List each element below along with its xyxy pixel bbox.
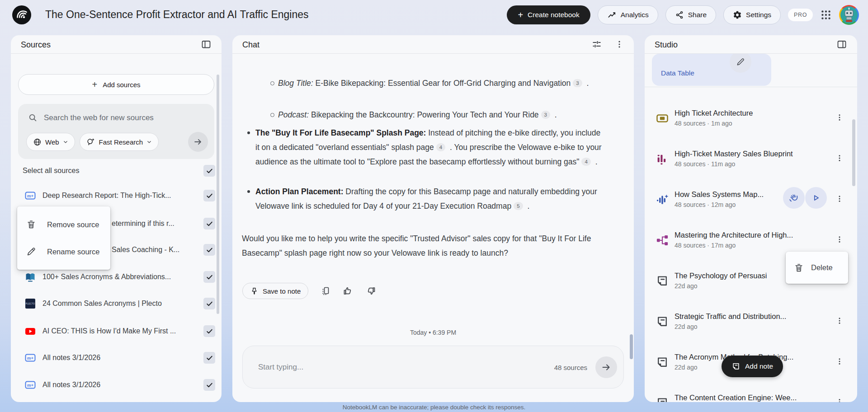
apps-grid-icon[interactable] (820, 9, 832, 21)
send-message-button[interactable] (595, 356, 617, 378)
studio-item[interactable]: High-Ticket Mastery Sales Blueprint48 so… (645, 148, 857, 178)
rename-source-menu-item[interactable]: Rename source (17, 238, 110, 265)
pin-icon (250, 287, 259, 295)
collapse-panel-icon[interactable] (201, 39, 212, 50)
source-row[interactable]: 100+ Sales Acronyms & Abbreviations... (11, 269, 222, 285)
arrow-right-icon (193, 137, 203, 147)
plus-icon: + (92, 80, 97, 90)
svg-text:m+: m+ (27, 383, 33, 388)
chat-bullet: Action Plan Placement: Drafting the copy… (255, 184, 604, 213)
thumbs-up-icon[interactable] (343, 286, 354, 296)
data-table-tile[interactable]: Data Table (652, 54, 771, 86)
research-mode-chip[interactable]: Fast Research (80, 133, 159, 151)
studio-item[interactable]: Strategic Traffic and Distribution...22d… (645, 310, 857, 340)
web-search-card: Web Fast Research (18, 104, 214, 159)
chat-input[interactable] (258, 346, 467, 388)
thumbs-down-icon[interactable] (365, 286, 376, 296)
source-checkbox[interactable] (203, 352, 215, 364)
edit-tile-button[interactable] (730, 54, 751, 73)
source-row[interactable]: PLECTO 24 Common Sales Acronyms | Plecto (11, 296, 222, 311)
pencil-icon (26, 247, 36, 257)
play-audio-button[interactable] (805, 187, 827, 209)
notebook-title[interactable]: The One-Sentence Profit Extractor and AI… (45, 9, 309, 21)
chat-timestamp: Today • 6:39 PM (232, 329, 634, 336)
search-web-input[interactable] (44, 113, 205, 122)
select-all-checkbox[interactable] (203, 165, 215, 177)
svg-text:PLECTO: PLECTO (26, 303, 35, 305)
chat-settings-icon[interactable] (591, 39, 602, 50)
add-sources-button[interactable]: + Add sources (18, 74, 214, 95)
copy-icon[interactable] (320, 286, 331, 296)
kebab-menu-icon[interactable] (615, 40, 624, 49)
citation-chip[interactable]: 5 (514, 202, 523, 210)
remove-source-menu-item[interactable]: Remove source (17, 211, 110, 238)
note-icon (731, 362, 741, 371)
sources-panel: Sources + Add sources Web Fast Research (11, 35, 222, 402)
play-icon (811, 193, 821, 203)
web-filter-chip[interactable]: Web (26, 133, 75, 151)
share-button[interactable]: Share (665, 5, 716, 24)
source-checkbox[interactable] (203, 298, 215, 309)
kebab-menu-icon[interactable] (834, 315, 845, 327)
source-checkbox[interactable] (203, 271, 215, 283)
source-count-label: 48 sources (554, 363, 587, 371)
kebab-menu-icon[interactable] (834, 234, 845, 245)
sources-scrollbar[interactable] (217, 75, 219, 314)
settings-button[interactable]: Settings (723, 5, 781, 24)
studio-item[interactable]: The Content Creation Engine: Wee... (645, 392, 857, 402)
notebooklm-logo-icon[interactable] (12, 5, 32, 25)
source-row[interactable]: m+ All notes 3/1/2026 (11, 377, 222, 393)
account-avatar[interactable] (839, 5, 859, 25)
note-source-icon: m+ (24, 379, 36, 391)
source-row[interactable]: m+ All notes 3/1/2026 (11, 350, 222, 365)
add-note-button[interactable]: Add note (722, 356, 783, 377)
source-checkbox[interactable] (203, 325, 215, 337)
chevron-down-icon (146, 139, 152, 145)
kebab-menu-icon[interactable] (834, 152, 845, 164)
chat-sub-bullet: Podcast: Bikepacking the Backcountry: Po… (278, 108, 610, 122)
chat-input-bar: 48 sources (242, 346, 624, 389)
collapse-panel-icon[interactable] (836, 39, 847, 50)
chat-bullet: The "Buy It For Life Basecamp" Splash Pa… (255, 126, 604, 169)
kebab-menu-icon[interactable] (834, 112, 845, 123)
source-row[interactable]: m+ Deep Research Report: The High-Tick..… (11, 188, 222, 203)
mindmap-icon (656, 234, 669, 247)
report-barchart-icon (656, 152, 669, 166)
search-icon (28, 113, 38, 122)
chat-scrollbar[interactable] (630, 334, 633, 359)
kebab-menu-icon[interactable] (834, 356, 845, 367)
source-checkbox[interactable] (203, 218, 215, 229)
save-to-note-button[interactable]: Save to note (242, 283, 308, 299)
analytics-button[interactable]: Analytics (598, 5, 658, 24)
studio-panel: Studio Data Table High Ticket Architectu… (645, 35, 857, 402)
note-icon (656, 396, 669, 402)
source-row[interactable]: AI CEO: THIS is How I'd Make My First ..… (11, 323, 222, 339)
share-icon (675, 10, 684, 19)
studio-scrollbar[interactable] (852, 119, 855, 186)
svg-text:m+: m+ (27, 193, 33, 198)
source-checkbox[interactable] (203, 244, 215, 256)
arrow-right-icon (601, 362, 612, 373)
delete-menu-item[interactable]: Delete (786, 252, 848, 284)
pro-badge: PRO (788, 9, 813, 21)
create-notebook-button[interactable]: + Create notebook (507, 5, 590, 24)
citation-chip[interactable]: 3 (541, 111, 550, 119)
kebab-menu-icon[interactable] (834, 193, 845, 205)
robot-avatar-image (840, 6, 858, 23)
citation-chip[interactable]: 4 (581, 158, 590, 166)
interactive-mode-button[interactable] (783, 187, 805, 209)
studio-item[interactable]: How Sales Systems Map...48 sources · 12m… (645, 188, 857, 218)
citation-chip[interactable]: 3 (573, 79, 582, 87)
submit-search-button[interactable] (188, 132, 208, 152)
source-checkbox[interactable] (203, 190, 215, 201)
studio-item[interactable]: High Ticket Architecture48 sources · 1m … (645, 107, 857, 137)
chat-panel: Chat Blog Title: E-Bike Bikepacking: Ess… (232, 35, 634, 402)
note-icon (656, 315, 669, 328)
sources-panel-title: Sources (21, 40, 51, 50)
source-checkbox[interactable] (203, 379, 215, 391)
disclaimer-text: NotebookLM can be inaccurate; please dou… (0, 404, 868, 411)
trash-icon (794, 263, 804, 273)
kebab-menu-icon[interactable] (834, 396, 845, 402)
citation-chip[interactable]: 4 (436, 143, 445, 151)
note-icon (656, 356, 669, 369)
